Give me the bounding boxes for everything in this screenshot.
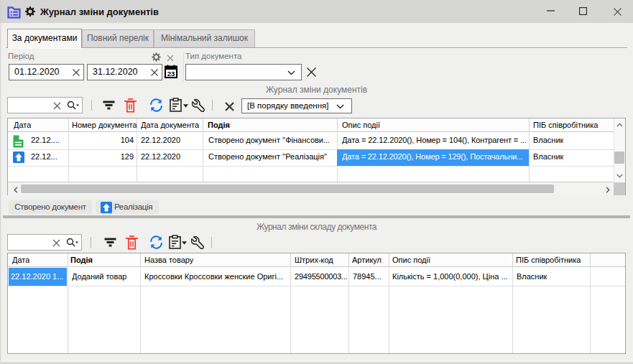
svg-text:23: 23 (167, 70, 175, 78)
